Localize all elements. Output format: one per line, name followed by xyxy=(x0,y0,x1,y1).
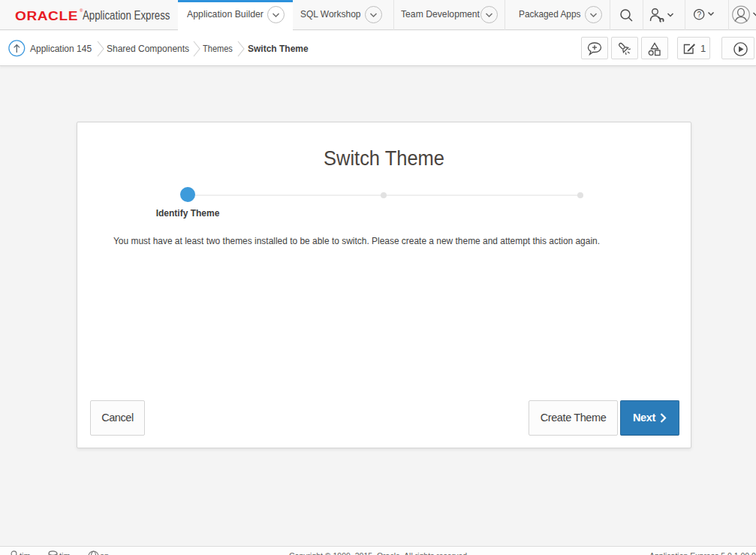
svg-text:?: ? xyxy=(697,11,701,19)
